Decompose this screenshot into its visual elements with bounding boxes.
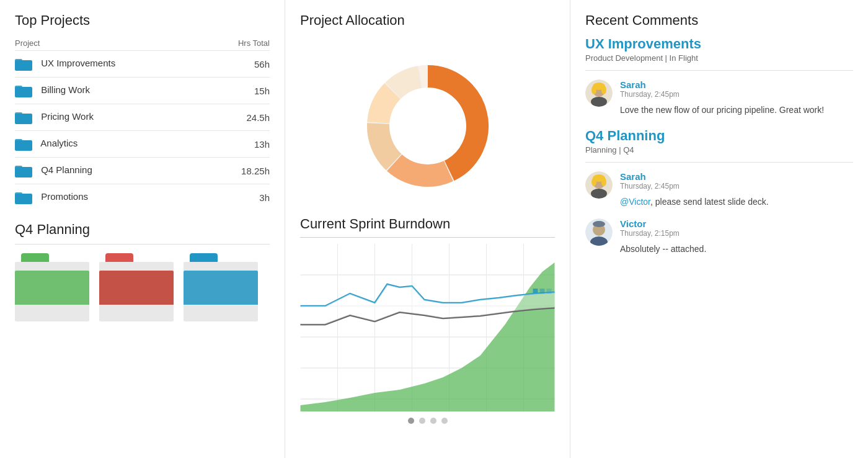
commenter-time: Thursday, 2:45pm xyxy=(620,182,769,191)
comment-project-sub: Product Development | In Flight xyxy=(585,53,853,63)
commenter-name[interactable]: Sarah xyxy=(620,79,824,90)
donut-chart xyxy=(360,58,496,194)
svg-point-44 xyxy=(593,221,605,227)
burndown-section: Current Sprint Burndown xyxy=(300,216,555,446)
svg-rect-27 xyxy=(540,289,545,294)
comment-text: @Victor, please send latest slide deck. xyxy=(620,195,769,209)
q4-card[interactable] xyxy=(15,253,89,321)
q4-card[interactable] xyxy=(99,253,174,321)
folder-icon xyxy=(15,191,32,204)
donut-segment-0 xyxy=(428,76,477,171)
svg-point-40 xyxy=(601,177,606,186)
avatar xyxy=(585,79,613,107)
project-name: Q4 Planning xyxy=(41,164,92,175)
commenter-time: Thursday, 2:15pm xyxy=(620,229,706,238)
q4-planning-section: Q4 Planning xyxy=(15,222,270,321)
card-color-block xyxy=(184,271,258,305)
svg-rect-28 xyxy=(547,289,552,294)
donut-segment-5 xyxy=(420,76,427,77)
q4-cards xyxy=(15,253,270,321)
donut-chart-container xyxy=(300,36,555,216)
folder-icon xyxy=(15,164,32,177)
table-row: UX Improvements 56h xyxy=(15,51,270,78)
svg-rect-5 xyxy=(15,112,22,116)
project-name-cell: Pricing Work xyxy=(15,104,209,131)
project-name-cell: Q4 Planning xyxy=(15,158,209,184)
donut-segment-1 xyxy=(394,163,448,176)
svg-rect-26 xyxy=(533,289,538,294)
avatar xyxy=(585,218,613,246)
table-row: Promotions 3h xyxy=(15,184,270,211)
comment-entry: SarahThursday, 2:45pmLove the new flow o… xyxy=(585,79,853,117)
dots-container xyxy=(300,418,555,424)
commenter-name[interactable]: Sarah xyxy=(620,171,769,182)
project-name: Billing Work xyxy=(41,84,90,95)
comment-meta: VictorThursday, 2:15pmAbsolutely -- atta… xyxy=(620,218,706,256)
card-color-block xyxy=(99,271,174,305)
left-column: Top Projects Project Hrs Total UX Improv… xyxy=(0,0,285,458)
comment-entry: SarahThursday, 2:45pm@Victor, please sen… xyxy=(585,171,853,209)
dot-4[interactable] xyxy=(441,418,448,424)
table-row: Pricing Work 24.5h xyxy=(15,104,270,131)
comment-meta: SarahThursday, 2:45pmLove the new flow o… xyxy=(620,79,824,117)
project-name-cell: UX Improvements xyxy=(15,51,209,78)
dot-2[interactable] xyxy=(419,418,425,424)
allocation-title: Project Allocation xyxy=(300,12,555,29)
donut-segment-3 xyxy=(378,91,392,122)
svg-point-34 xyxy=(601,86,606,94)
folder-icon xyxy=(15,57,32,71)
project-hours: 18.25h xyxy=(209,158,270,184)
card-color-block xyxy=(15,271,89,305)
folder-icon xyxy=(15,84,32,97)
card-body xyxy=(15,262,89,321)
recent-comments-title: Recent Comments xyxy=(585,12,853,29)
q4-title: Q4 Planning xyxy=(15,222,270,238)
commenter-time: Thursday, 2:45pm xyxy=(620,90,824,99)
svg-rect-11 xyxy=(15,192,22,196)
middle-column: Project Allocation Current Sprint Burndo… xyxy=(285,0,570,458)
folder-icon xyxy=(15,110,32,124)
svg-point-36 xyxy=(591,189,607,199)
svg-rect-3 xyxy=(15,86,22,89)
comment-text: Love the new flow of our pricing pipelin… xyxy=(620,104,824,117)
mention: @Victor xyxy=(620,197,650,207)
comment-project-title[interactable]: Q4 Planning xyxy=(585,128,853,144)
col-project: Project xyxy=(15,36,209,51)
commenter-name[interactable]: Victor xyxy=(620,218,706,229)
project-hours: 13h xyxy=(209,131,270,158)
burndown-chart xyxy=(300,244,555,418)
card-body xyxy=(184,262,258,321)
q4-card[interactable] xyxy=(184,253,258,321)
dot-1[interactable] xyxy=(408,418,414,424)
table-row: Analytics 13h xyxy=(15,131,270,158)
project-name: UX Improvements xyxy=(41,58,115,68)
table-row: Q4 Planning 18.25h xyxy=(15,158,270,184)
card-body xyxy=(99,262,174,321)
project-hours: 56h xyxy=(209,51,270,78)
top-projects-table: Project Hrs Total UX Improvements 56h xyxy=(15,36,270,210)
burndown-svg xyxy=(300,244,555,411)
burndown-title: Current Sprint Burndown xyxy=(300,216,555,232)
svg-point-39 xyxy=(591,177,596,186)
dot-3[interactable] xyxy=(430,418,436,424)
project-hours: 24.5h xyxy=(209,104,270,131)
project-hours: 3h xyxy=(209,184,270,211)
project-name: Analytics xyxy=(40,138,78,148)
svg-rect-9 xyxy=(15,166,22,169)
col-hours: Hrs Total xyxy=(209,36,270,51)
comment-group-1: Q4 PlanningPlanning | Q4 SarahThursday, … xyxy=(585,128,853,256)
donut-segment-2 xyxy=(378,123,394,162)
project-hours: 15h xyxy=(209,78,270,104)
svg-rect-1 xyxy=(15,59,22,63)
project-name-cell: Billing Work xyxy=(15,78,209,104)
svg-rect-7 xyxy=(15,139,22,143)
project-name: Pricing Work xyxy=(41,111,94,122)
comment-project-sub: Planning | Q4 xyxy=(585,145,853,155)
comment-entry: VictorThursday, 2:15pmAbsolutely -- atta… xyxy=(585,218,853,256)
right-column: Recent Comments UX ImprovementsProduct D… xyxy=(570,0,868,458)
comment-group-0: UX ImprovementsProduct Development | In … xyxy=(585,36,853,117)
comment-project-title[interactable]: UX Improvements xyxy=(585,36,853,52)
svg-point-30 xyxy=(591,97,607,107)
project-name-cell: Analytics xyxy=(15,131,209,158)
top-projects-title: Top Projects xyxy=(15,12,270,29)
